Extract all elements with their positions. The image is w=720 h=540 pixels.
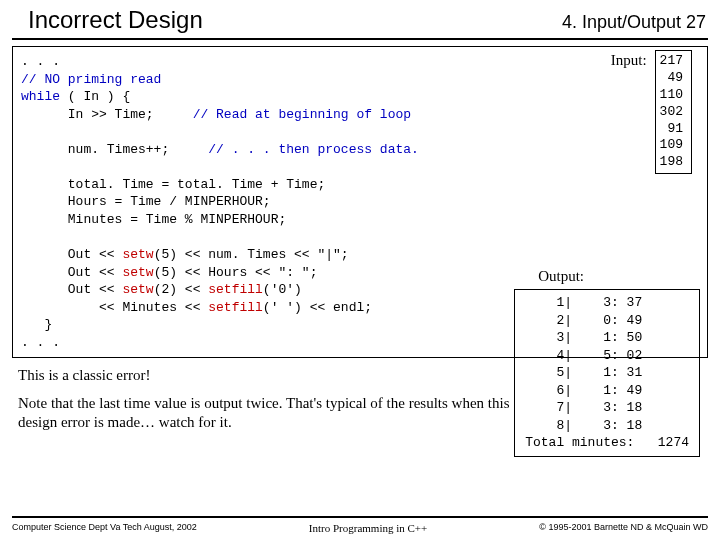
code-comment: // Read at beginning of loop: [193, 107, 411, 122]
code-text: ( In ) {: [60, 89, 130, 104]
code-text: Out <<: [21, 247, 122, 262]
note-paragraph: Note that the last time value is output …: [18, 394, 510, 433]
code-func: setw: [122, 282, 153, 297]
output-values: 1| 3: 37 2| 0: 49 3| 1: 50 4| 5: 02 5| 1…: [514, 289, 700, 457]
page-title: Incorrect Design: [28, 6, 203, 34]
code-func: setfill: [208, 282, 263, 297]
footer-left: Computer Science Dept Va Tech August, 20…: [12, 522, 197, 534]
code-text: ('0'): [263, 282, 302, 297]
code-text: }: [21, 317, 52, 332]
code-text: num. Times++;: [21, 142, 208, 157]
code-func: setw: [122, 247, 153, 262]
code-text: (5) << num. Times << "|";: [154, 247, 349, 262]
header-divider: [12, 38, 708, 40]
code-func: setw: [122, 265, 153, 280]
input-block: Input: 217 49 110 302 91 109 198: [611, 50, 692, 174]
code-text: Out <<: [21, 265, 122, 280]
input-values: 217 49 110 302 91 109 198: [655, 50, 692, 174]
code-comment: // . . . then process data.: [208, 142, 419, 157]
code-text: (' ') << endl;: [263, 300, 372, 315]
note-paragraph: This is a classic error!: [18, 366, 510, 386]
code-comment: // NO priming read: [21, 72, 161, 87]
code-text: (2) <<: [154, 282, 209, 297]
code-text: In >> Time;: [21, 107, 193, 122]
code-text: Out <<: [21, 282, 122, 297]
code-line: . . .: [21, 54, 60, 69]
footer-right: © 1995-2001 Barnette ND & McQuain WD: [539, 522, 708, 534]
chapter-label: 4. Input/Output 27: [562, 12, 706, 33]
code-keyword: while: [21, 89, 60, 104]
code-text: (5) << Hours << ": ";: [154, 265, 318, 280]
code-line: . . .: [21, 335, 60, 350]
output-block: Output: 1| 3: 37 2| 0: 49 3| 1: 50 4| 5:…: [514, 268, 700, 457]
output-label: Output:: [538, 268, 700, 285]
code-text: Hours = Time / MINPERHOUR;: [21, 194, 271, 209]
footer: Computer Science Dept Va Tech August, 20…: [12, 516, 708, 534]
code-func: setfill: [208, 300, 263, 315]
code-text: Minutes = Time % MINPERHOUR;: [21, 212, 286, 227]
input-label: Input:: [611, 52, 647, 69]
footer-center: Intro Programming in C++: [309, 522, 427, 534]
code-text: total. Time = total. Time + Time;: [21, 177, 325, 192]
code-text: << Minutes <<: [21, 300, 208, 315]
notes: This is a classic error! Note that the l…: [18, 366, 510, 433]
